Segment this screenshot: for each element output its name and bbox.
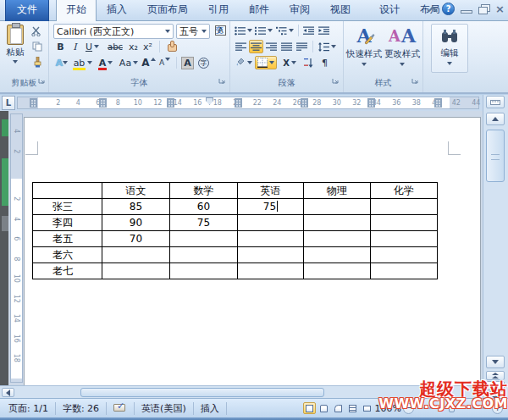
table-column-marker[interactable] [434,98,442,108]
subscript-button[interactable]: x₂ [126,40,141,53]
sort-button[interactable] [301,56,316,69]
table-cell[interactable] [304,247,371,263]
line-spacing-button[interactable] [317,40,338,53]
tab-references[interactable]: 引用 [198,0,239,21]
zoom-level[interactable]: 100% [375,403,401,414]
distribute-button[interactable] [295,40,309,53]
table-cell[interactable] [371,247,438,263]
vertical-scroll-thumb[interactable] [486,130,505,182]
zoom-slider-thumb[interactable] [449,404,455,412]
tab-review[interactable]: 审阅 [279,0,320,21]
tab-home[interactable]: 开始 [56,0,97,22]
tab-file[interactable]: 文件 [5,0,49,21]
vertical-scrollbar[interactable] [483,95,508,398]
word-count[interactable]: 字数: 26 [58,402,104,415]
justify-button[interactable] [279,40,294,53]
align-right-button[interactable] [264,40,279,53]
table-cell[interactable] [170,231,238,247]
horizontal-scroll-thumb[interactable] [80,388,324,397]
table-cell[interactable] [238,263,304,279]
font-size-combo[interactable]: 五号 [176,24,210,39]
table-column-marker[interactable] [99,98,107,108]
multilevel-list-button[interactable] [274,24,295,37]
table-cell[interactable]: 85 [102,199,170,215]
minimize-ribbon-icon[interactable] [428,6,437,15]
strikethrough-button[interactable]: abc [105,40,125,53]
align-center-button[interactable] [249,40,263,53]
zoom-slider-track[interactable] [417,407,489,409]
show-hide-marks-button[interactable]: ¶ [318,56,332,69]
paste-button[interactable]: 粘贴 [3,24,28,71]
horizontal-ruler[interactable]: 2468101214161820222426283032343638404244 [17,97,479,109]
table-cell[interactable] [304,263,371,279]
table-cell[interactable] [238,247,304,263]
table-cell[interactable]: 老七 [33,263,102,279]
tab-page-layout[interactable]: 页面布局 [137,0,198,21]
bullets-button[interactable] [234,24,253,37]
increase-indent-button[interactable] [317,24,331,37]
select-browse-object-button[interactable] [486,381,505,390]
font-name-combo[interactable]: Calibri (西文正文) [53,24,174,39]
superscript-button[interactable]: x² [141,40,155,53]
table-cell[interactable] [371,231,438,247]
table-cell[interactable] [304,215,371,231]
zoom-out-button[interactable]: − [403,403,414,414]
table-cell[interactable] [238,231,304,247]
editing-button[interactable]: 编辑 [431,24,468,73]
underline-button[interactable]: U [82,40,102,53]
table-cell[interactable] [102,263,170,279]
table-cell[interactable]: 英语 [238,183,304,199]
table-cell[interactable]: 李四 [33,215,102,231]
bold-button[interactable]: B [53,40,68,53]
draft-view-button[interactable] [361,402,373,414]
table-column-marker[interactable] [167,98,174,108]
numbering-button[interactable] [254,24,273,37]
close-button[interactable]: × [495,4,505,14]
table-cell[interactable]: 化学 [371,183,438,199]
table-cell[interactable] [371,199,438,215]
borders-button[interactable] [255,56,277,69]
table-cell[interactable] [238,215,304,231]
table-cell[interactable]: 90 [102,215,170,231]
table-cell[interactable]: 语文 [102,183,170,199]
restore-button[interactable] [478,4,489,14]
spell-check-status[interactable]: ✓ [108,402,132,415]
tab-stop-selector[interactable]: L [2,96,15,110]
vertical-ruler[interactable]: 42 24681012141618 [10,113,23,383]
table-column-marker[interactable] [367,98,375,108]
table-cell[interactable]: 老六 [33,247,102,263]
quick-styles-button[interactable]: A 快速样式 [345,24,383,71]
table-cell[interactable]: 物理 [304,183,371,199]
highlight-button[interactable]: ab [72,56,94,69]
asian-layout-button[interactable]: X [279,56,300,69]
page-indicator[interactable]: 页面: 1/1 [3,402,53,415]
font-color-button[interactable]: A [96,56,116,69]
zoom-in-button[interactable]: + [492,403,503,414]
paragraph-dialog-launcher[interactable] [332,78,340,86]
table-cell[interactable] [170,247,238,263]
cut-button[interactable] [30,25,44,38]
scroll-up-button[interactable] [486,113,505,125]
text-effects-button[interactable]: A [52,56,71,69]
change-styles-button[interactable]: A A 更改样式 [384,24,421,71]
table-cell[interactable] [304,231,371,247]
styles-dialog-launcher[interactable] [411,78,419,86]
font-dialog-launcher[interactable] [218,78,226,86]
table-cell[interactable]: 老五 [33,231,102,247]
document-table[interactable]: 语文 数学 英语 物理 化学 张三 85 60 75 李四 90 75 老五 7… [32,182,438,279]
tab-insert[interactable]: 插入 [97,0,137,21]
align-left-button[interactable] [234,40,248,53]
table-cell[interactable]: 数学 [170,183,238,199]
table-cell[interactable] [371,263,438,279]
print-layout-view-button[interactable] [303,402,316,414]
grow-font-button[interactable]: A [141,56,156,69]
table-cell[interactable]: 张三 [33,199,102,215]
table-cell[interactable]: 75 [170,215,238,231]
table-cell[interactable] [371,215,438,231]
change-case-button[interactable] [164,39,179,52]
minimize-button[interactable] [461,10,472,14]
enclose-characters-button[interactable]: 字 [196,56,211,69]
shrink-font-button[interactable]: A [157,56,172,69]
web-layout-button[interactable] [332,402,345,414]
outline-view-button[interactable] [346,402,359,414]
